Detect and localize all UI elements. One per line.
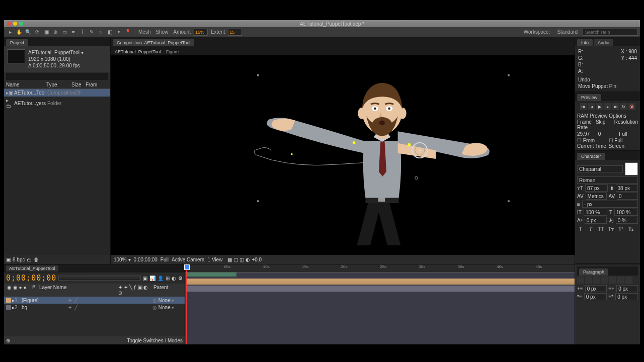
audio-tab[interactable]: Audio [594,39,613,46]
justify-left-icon[interactable] [601,277,608,284]
kerning-select[interactable]: Metrics [586,193,607,200]
timecode-display[interactable]: 0;00;00;00 [6,274,56,283]
composition-tab[interactable]: Composition: AETutorial_PuppetTool [113,39,194,46]
frame-blend-icon[interactable]: ⊞ [166,276,170,281]
hand-tool-icon[interactable]: ✋ [15,28,23,36]
puppet-pin-tool-icon[interactable]: 📍 [124,28,132,36]
smallcaps-button[interactable]: Tᴛ [607,225,614,232]
close-window[interactable] [7,22,11,26]
type-tool-icon[interactable]: T [78,28,87,36]
layer-row[interactable]: ▸ 2 bg ✦╱ ◎ None ▾ [4,304,185,311]
ram-preview-label[interactable]: RAM Preview Options [577,113,638,119]
camera-value[interactable]: Active Camera [172,257,205,262]
mute-icon[interactable]: 🔇 [628,103,635,110]
new-folder-icon[interactable]: 🗀 [27,257,32,262]
character-tab[interactable]: Character [577,153,605,160]
hscale-input[interactable]: 100 % [614,209,638,216]
playhead[interactable] [186,264,187,344]
font-family-select[interactable]: Chaparral [577,165,623,172]
layer-row[interactable]: ▸ 1 [Figure] ✦╱ ◎ None ▾ [4,297,185,304]
paragraph-tab[interactable]: Paragraph [579,268,608,276]
exposure-value[interactable]: +0.0 [252,257,262,262]
align-left-icon[interactable] [577,277,584,284]
baseline-input[interactable]: 0 px [585,217,607,224]
project-search[interactable] [6,73,108,80]
zoom-value[interactable]: 100% [114,257,127,262]
time-navigator[interactable] [58,276,141,281]
play-icon[interactable]: ▶ [596,103,603,110]
font-size-input[interactable]: 87 px [585,185,607,192]
roto-tool-icon[interactable]: ✦ [115,28,123,36]
mask-icon[interactable]: ▢ [233,257,238,262]
rotate-tool-icon[interactable]: ⟳ [33,28,41,36]
maximize-window[interactable] [19,22,23,26]
shape-tool-icon[interactable]: ▭ [60,28,68,36]
graph-icon[interactable]: 📊 [149,276,155,281]
loop-icon[interactable]: ↻ [620,103,627,110]
chevron-down-icon[interactable]: ▾ [128,257,131,262]
layer-bar[interactable] [186,279,575,285]
justify-all-icon[interactable] [625,277,632,284]
indent-right-input[interactable]: 0 px [616,285,638,292]
pen-tool-icon[interactable]: ✒ [69,28,77,36]
justify-center-icon[interactable] [609,277,616,284]
layer-bar[interactable] [186,286,575,292]
stroke-input[interactable]: - px [582,201,638,208]
comp-mini-icon[interactable]: ▣ [143,276,147,281]
indent-left-input[interactable]: 0 px [585,285,607,292]
trash-icon[interactable]: 🗑 [34,257,39,262]
subscript-button[interactable]: T₁ [627,225,634,232]
camera-tool-icon[interactable]: ▣ [42,28,50,36]
work-area-bar[interactable] [186,273,236,277]
skip-value[interactable]: 0 [598,131,617,137]
region-icon[interactable]: ◫ [239,257,244,262]
extent-input[interactable] [228,29,242,36]
channel-icon[interactable]: ◐ [246,257,250,262]
info-tab[interactable]: Info [577,39,593,46]
amount-input[interactable] [194,29,208,36]
preview-tab[interactable]: Preview [577,94,601,101]
time-ruler[interactable]: 05s 10s 15s 20s 25s 30s 35s 40s 45s [185,264,575,273]
eraser-tool-icon[interactable]: ◧ [106,28,114,36]
framerate-value[interactable]: 29.97 [577,131,596,137]
bpc-display[interactable]: 8 bpc [13,257,25,262]
interpret-icon[interactable]: ▣ [6,257,11,262]
workspace-value[interactable]: Standard [555,29,580,35]
timeline-track-area[interactable]: 05s 10s 15s 20s 25s 30s 35s 40s 45s [185,264,575,344]
zoom-tool-icon[interactable]: 🔍 [24,28,32,36]
pan-behind-tool-icon[interactable]: ⊕ [51,28,59,36]
clone-tool-icon[interactable]: ⎀ [97,28,105,36]
minimize-window[interactable] [13,22,17,26]
brush-tool-icon[interactable]: ✎ [88,28,96,36]
timeline-tab[interactable]: AETutorial_PuppetTool [6,265,58,272]
time-display[interactable]: 0;00;00;00 [134,257,157,262]
allcaps-button[interactable]: TT [597,225,604,232]
breadcrumb[interactable]: Figure [164,48,181,55]
shy-icon[interactable]: 👤 [157,276,164,281]
space-after-input[interactable]: 0 px [615,293,638,300]
tsume-input[interactable]: 0 % [616,217,638,224]
project-item[interactable]: ▸🗀 AETutor...yers Folder [4,97,110,110]
expand-icon[interactable]: ⊕ [6,338,10,343]
space-before-input[interactable]: 0 px [584,293,607,300]
align-center-icon[interactable] [585,277,592,284]
motion-blur-icon[interactable]: ◐ [172,276,176,281]
resolution-value[interactable]: Full [619,131,638,137]
italic-button[interactable]: T [587,225,594,232]
tracking-input[interactable]: 0 [617,193,638,200]
resolution-value[interactable]: Full [160,257,169,262]
vscale-input[interactable]: 100 % [584,209,607,216]
view-value[interactable]: 1 View [208,257,223,262]
project-tab[interactable]: Project [6,39,28,46]
grid-icon[interactable]: ▦ [227,257,232,262]
search-help-input[interactable] [583,29,638,36]
superscript-button[interactable]: T¹ [617,225,624,232]
prev-frame-icon[interactable]: ◂ [588,103,595,110]
next-frame-icon[interactable]: ▸ [604,103,611,110]
composition-viewport[interactable] [111,55,575,255]
breadcrumb[interactable]: AETutorial_PuppetTool [113,48,163,55]
last-frame-icon[interactable]: ⏭ [612,103,619,110]
fill-color-swatch[interactable] [625,162,638,175]
from-current-checkbox[interactable]: ☐ From Current Time [577,138,607,149]
toggle-switches[interactable]: Toggle Switches / Modes [127,338,183,343]
